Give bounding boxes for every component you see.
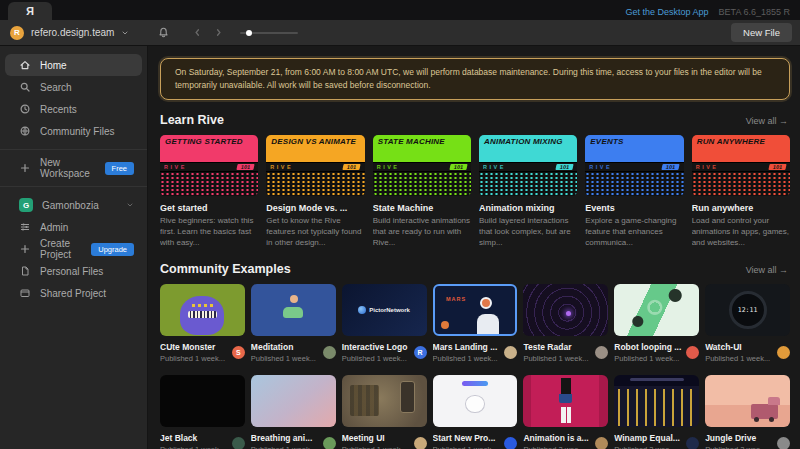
- card-art-pattern: [479, 172, 577, 196]
- author-avatar[interactable]: [232, 437, 245, 449]
- community-card-title: Mars Landing ...: [433, 342, 501, 352]
- community-thumbnail[interactable]: 12:11: [705, 284, 790, 336]
- learn-card-description: Get to know the Rive features not typica…: [266, 216, 364, 248]
- learn-card-get-started[interactable]: GETTING STARTED RIVE101 Get started Rive…: [160, 135, 258, 248]
- community-thumbnail[interactable]: PictorNetwork: [342, 284, 427, 336]
- workspace-switcher[interactable]: G Gamonbozia: [5, 194, 142, 216]
- author-avatar[interactable]: [777, 346, 790, 359]
- sidebar-item-label: Home: [40, 60, 67, 71]
- learn-card-animation-mixing[interactable]: ANIMATION MIXING RIVE101 Animation mixin…: [479, 135, 577, 248]
- community-card-mars-landing[interactable]: MARS Mars Landing ...Published 1 week...: [433, 284, 518, 363]
- community-card-start-new-project[interactable]: Start New Pro...Published 1 week...: [433, 375, 518, 449]
- nav-back-icon[interactable]: [192, 27, 203, 38]
- team-switcher[interactable]: R refero.design.team: [10, 26, 129, 40]
- create-project-label: Create Project: [40, 238, 82, 260]
- rive-label: RIVE: [270, 164, 293, 170]
- community-thumbnail[interactable]: [160, 284, 245, 336]
- published-label: Published 1 week...: [433, 354, 501, 363]
- community-thumbnail[interactable]: [705, 375, 790, 427]
- card-art-title: EVENTS: [590, 138, 678, 146]
- card-art-title: RUN ANYWHERE: [697, 138, 785, 146]
- sidebar-item-label: Search: [40, 82, 72, 93]
- community-card-breathing-animation[interactable]: Breathing ani...Published 1 week...: [251, 375, 336, 449]
- community-thumbnail[interactable]: [433, 375, 518, 427]
- community-thumbnail[interactable]: [160, 375, 245, 427]
- community-card-watch-ui[interactable]: 12:11 Watch-UIPublished 1 week...: [705, 284, 790, 363]
- sidebar-item-community-files[interactable]: Community Files: [5, 120, 142, 142]
- notifications-bell-icon[interactable]: [157, 26, 170, 39]
- card-art: DESIGN VS ANIMATE RIVE101: [266, 135, 364, 196]
- published-label: Published 1 week...: [342, 445, 410, 449]
- sidebar-item-home[interactable]: Home: [5, 54, 142, 76]
- admin-sliders-icon: [19, 221, 31, 233]
- author-avatar[interactable]: [777, 437, 790, 449]
- sidebar-item-search[interactable]: Search: [5, 76, 142, 98]
- rive-tab[interactable]: R: [8, 2, 52, 20]
- community-thumbnail[interactable]: [251, 375, 336, 427]
- community-card-meditation[interactable]: MeditationPublished 1 week...: [251, 284, 336, 363]
- get-desktop-app-link[interactable]: Get the Desktop App: [626, 7, 709, 17]
- home-icon: [19, 59, 31, 71]
- author-avatar[interactable]: R: [414, 346, 427, 359]
- community-card-jet-black[interactable]: Jet BlackPublished 1 week...: [160, 375, 245, 449]
- learn-card-title: Run anywhere: [692, 203, 790, 213]
- community-thumbnail[interactable]: [523, 375, 608, 427]
- learn-card-design-vs-animate[interactable]: DESIGN VS ANIMATE RIVE101 Design Mode vs…: [266, 135, 364, 248]
- community-thumbnail[interactable]: MARS: [433, 284, 518, 336]
- new-workspace-button[interactable]: New Workspace Free: [5, 157, 142, 179]
- zoom-slider[interactable]: [240, 27, 298, 39]
- sidebar-item-recents[interactable]: Recents: [5, 98, 142, 120]
- learn-card-events[interactable]: EVENTS RIVE101 Events Explore a game-cha…: [585, 135, 683, 248]
- rive-logo-icon: R: [26, 5, 34, 17]
- community-thumbnail[interactable]: [342, 375, 427, 427]
- learn-view-all-link[interactable]: View all →: [746, 116, 788, 126]
- author-avatar[interactable]: [504, 346, 517, 359]
- community-card-animation-is-a[interactable]: Animation is a...Published 2 wee...: [523, 375, 608, 449]
- author-avatar[interactable]: [686, 437, 699, 449]
- community-card-robot-looping[interactable]: Robot looping ...Published 1 week...: [614, 284, 699, 363]
- sidebar-item-personal-files[interactable]: Personal Files: [5, 260, 142, 282]
- author-avatar[interactable]: [323, 437, 336, 449]
- community-card-title: Teste Radar: [523, 342, 591, 352]
- community-card-interactive-logo[interactable]: PictorNetwork Interactive LogoPublished …: [342, 284, 427, 363]
- learn-card-run-anywhere[interactable]: RUN ANYWHERE RIVE101 Run anywhere Load a…: [692, 135, 790, 248]
- author-avatar[interactable]: [504, 437, 517, 449]
- author-avatar[interactable]: [595, 346, 608, 359]
- card-art-title: ANIMATION MIXING: [484, 138, 572, 146]
- learn-card-state-machine[interactable]: STATE MACHINE RIVE101 State Machine Buil…: [373, 135, 471, 248]
- card-art-title: DESIGN VS ANIMATE: [271, 138, 359, 146]
- sidebar-item-admin[interactable]: Admin: [5, 216, 142, 238]
- new-file-button[interactable]: New File: [731, 23, 792, 42]
- thumbnail-art: [350, 385, 379, 416]
- learn-card-description: Load and control your animations in apps…: [692, 216, 790, 248]
- author-avatar[interactable]: [595, 437, 608, 449]
- nav-forward-icon[interactable]: [213, 27, 224, 38]
- community-card-teste-radar[interactable]: Teste RadarPublished 1 week...: [523, 284, 608, 363]
- published-label: Published 2 wee...: [705, 445, 773, 449]
- main-content: On Saturday, September 21, from 6:00 AM …: [148, 46, 800, 449]
- community-thumbnail[interactable]: [523, 284, 608, 336]
- community-thumbnail[interactable]: [251, 284, 336, 336]
- community-thumbnail[interactable]: [614, 375, 699, 427]
- community-card-meeting-ui[interactable]: Meeting UIPublished 1 week...: [342, 375, 427, 449]
- thumbnail-art: [290, 295, 298, 303]
- author-avatar[interactable]: S: [232, 346, 245, 359]
- slider-handle[interactable]: [246, 30, 252, 36]
- author-avatar[interactable]: [414, 437, 427, 449]
- community-card-title: Start New Pro...: [433, 433, 501, 443]
- create-project-button[interactable]: Create Project Upgrade: [5, 238, 142, 260]
- thumbnail-art: [462, 381, 488, 386]
- community-card-cute-monster[interactable]: CUte MonsterPublished 1 week...S: [160, 284, 245, 363]
- community-card-winamp-equalizer[interactable]: Winamp Equal...Published 2 wee...: [614, 375, 699, 449]
- community-card-jungle-drive[interactable]: Jungle DrivePublished 2 wee...: [705, 375, 790, 449]
- sidebar-item-label: Community Files: [40, 126, 114, 137]
- author-avatar[interactable]: [686, 346, 699, 359]
- chevron-down-icon: [121, 29, 129, 37]
- community-view-all-link[interactable]: View all →: [746, 265, 788, 275]
- card-art-pattern: [585, 172, 683, 196]
- community-thumbnail[interactable]: [614, 284, 699, 336]
- published-label: Published 1 week...: [705, 354, 773, 363]
- author-avatar[interactable]: [323, 346, 336, 359]
- sidebar-item-shared-project[interactable]: Shared Project: [5, 282, 142, 304]
- card-art: STATE MACHINE RIVE101: [373, 135, 471, 196]
